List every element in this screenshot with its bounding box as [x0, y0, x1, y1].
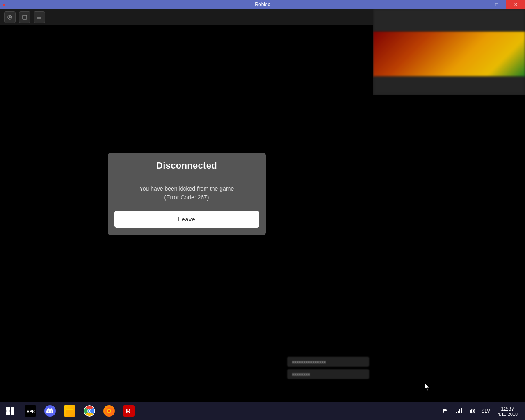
system-tray: SLV 12:37 4.11.2018	[440, 402, 525, 420]
right-panel	[373, 9, 525, 95]
file-explorer-icon	[64, 405, 75, 417]
right-panel-bottom	[373, 77, 525, 95]
taskbar: EPIC	[0, 402, 525, 420]
discord-icon	[44, 405, 56, 417]
modal-overlay: Disconnected You have been kicked from t…	[0, 9, 373, 379]
window-controls: ─ □ ✕	[468, 0, 525, 9]
roblox-icon: R	[123, 405, 135, 417]
taskbar-icon-epic-games[interactable]: EPIC	[21, 402, 40, 420]
svg-rect-6	[11, 411, 14, 415]
taskbar-icon-discord[interactable]	[40, 402, 60, 420]
dialog-footer: Leave	[108, 209, 266, 235]
dialog-message-line2: (Error Code: 267)	[164, 194, 209, 201]
taskbar-icon-roblox[interactable]: R	[119, 402, 139, 420]
svg-point-11	[89, 410, 91, 412]
dialog-body: You have been kicked from the game (Erro…	[108, 177, 266, 209]
minimize-button[interactable]: ─	[468, 0, 487, 9]
disconnect-dialog: Disconnected You have been kicked from t…	[108, 153, 266, 235]
locale-indicator[interactable]: SLV	[479, 408, 492, 414]
svg-point-14	[108, 410, 110, 412]
clock-time: 12:37	[498, 406, 518, 412]
taskbar-icon-browser2[interactable]	[99, 402, 119, 420]
dialog-message-line1: You have been kicked from the game	[139, 185, 234, 192]
dialog-message: You have been kicked from the game (Erro…	[118, 185, 256, 202]
svg-rect-20	[461, 408, 462, 413]
leave-button[interactable]: Leave	[114, 211, 259, 228]
svg-text:EPIC: EPIC	[27, 409, 35, 414]
browser2-icon	[103, 405, 115, 417]
svg-rect-18	[458, 411, 459, 413]
maximize-button[interactable]: □	[487, 0, 506, 9]
system-clock[interactable]: 12:37 4.11.2018	[493, 406, 522, 417]
title-bar: ● Roblox ─ □ ✕	[0, 0, 525, 9]
right-panel-banner	[373, 32, 525, 77]
taskbar-icon-chrome[interactable]	[80, 402, 99, 420]
dialog-title: Disconnected	[156, 160, 217, 171]
flag-tray-icon[interactable]	[440, 402, 452, 420]
dialog-header: Disconnected	[108, 153, 266, 177]
window-title: Roblox	[255, 2, 270, 7]
svg-rect-3	[6, 407, 10, 411]
svg-rect-4	[11, 407, 14, 411]
svg-rect-5	[6, 411, 10, 415]
svg-text:R: R	[126, 408, 131, 415]
clock-date: 4.11.2018	[498, 412, 518, 417]
roblox-app-icon: ●	[2, 2, 6, 8]
volume-tray-icon[interactable]	[466, 402, 478, 420]
start-button[interactable]	[0, 402, 21, 420]
epic-games-icon: EPIC	[25, 405, 36, 417]
chrome-icon	[84, 405, 95, 417]
svg-rect-17	[456, 412, 457, 413]
right-lower-panel	[373, 95, 525, 379]
svg-rect-19	[459, 409, 460, 413]
close-button[interactable]: ✕	[506, 0, 525, 9]
taskbar-icon-file-explorer[interactable]	[60, 402, 80, 420]
signal-tray-icon[interactable]	[453, 402, 465, 420]
right-panel-top	[373, 9, 525, 32]
mouse-cursor	[425, 383, 430, 390]
